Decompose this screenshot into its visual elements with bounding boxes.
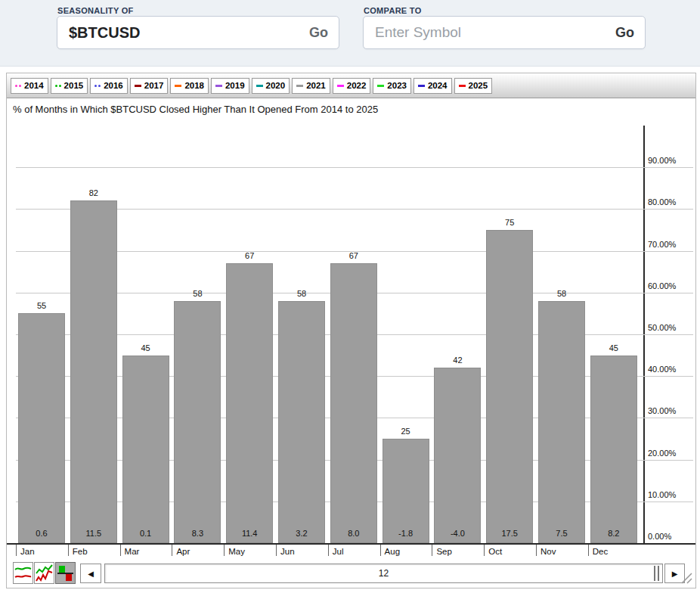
seasonality-go-button[interactable]: Go bbox=[305, 25, 339, 41]
avg-change-mar: 0.1 bbox=[122, 529, 169, 538]
bar-value-jan: 55 bbox=[16, 301, 67, 310]
bar-chart-icon bbox=[57, 564, 74, 582]
resize-grip[interactable] bbox=[681, 573, 692, 584]
month-label-jan: Jan bbox=[20, 547, 35, 556]
month-tick-mar bbox=[120, 545, 121, 556]
scrollbar-track[interactable]: 12 bbox=[104, 564, 663, 583]
avg-change-feb: 11.5 bbox=[70, 529, 117, 538]
legend-dot bbox=[59, 85, 61, 87]
bar-jul bbox=[330, 263, 377, 543]
legend-marker-dash bbox=[418, 85, 425, 87]
gridline-80 bbox=[16, 209, 693, 210]
compare-go-button[interactable]: Go bbox=[611, 25, 645, 41]
legend-year-2015[interactable]: 2015 bbox=[51, 78, 88, 94]
symbol-entry-header: SEASONALITY OF Go COMPARE TO Go bbox=[0, 0, 700, 67]
month-label-may: May bbox=[228, 547, 245, 556]
bar-mar bbox=[122, 356, 169, 543]
bar-value-feb: 82 bbox=[68, 188, 119, 197]
legend-marker-dash bbox=[135, 85, 141, 87]
legend-dot bbox=[94, 85, 97, 87]
legend-dot bbox=[55, 85, 57, 87]
bar-value-nov: 58 bbox=[536, 289, 587, 298]
compare-symbol-box: Go bbox=[363, 16, 646, 49]
month-label-jul: Jul bbox=[333, 547, 344, 556]
month-label-apr: Apr bbox=[176, 547, 190, 556]
month-tick-aug bbox=[380, 545, 381, 556]
y-tick-label-10: 10.00% bbox=[648, 490, 676, 500]
smooth-lines-chart-button[interactable] bbox=[13, 562, 33, 584]
month-label-sep: Sep bbox=[436, 547, 451, 556]
legend-year-2021[interactable]: 2021 bbox=[292, 78, 330, 94]
month-label-jun: Jun bbox=[280, 547, 295, 556]
seasonality-of-label: SEASONALITY OF bbox=[57, 6, 134, 15]
legend-year-2018[interactable]: 2018 bbox=[170, 78, 209, 94]
month-tick-oct bbox=[484, 545, 485, 556]
y-tick-label-40: 40.00% bbox=[648, 365, 676, 374]
bar-chart-button[interactable] bbox=[55, 562, 76, 584]
y-tick-label-70: 70.00% bbox=[648, 240, 676, 250]
month-tick-jan bbox=[16, 545, 17, 556]
bar-value-sep: 42 bbox=[432, 356, 483, 365]
compare-symbol-input[interactable] bbox=[364, 24, 611, 41]
compare-to-label: COMPARE TO bbox=[364, 6, 422, 15]
legend-year-label: 2023 bbox=[387, 81, 407, 90]
avg-change-jan: 0.6 bbox=[18, 529, 65, 538]
y-tick-label-20: 20.00% bbox=[648, 449, 676, 458]
legend-year-2023[interactable]: 2023 bbox=[373, 78, 411, 94]
bar-aug bbox=[383, 439, 429, 543]
bar-value-aug: 25 bbox=[380, 427, 432, 436]
month-label-dec: Dec bbox=[593, 547, 608, 556]
legend-year-2014[interactable]: 2014 bbox=[11, 78, 48, 94]
avg-change-aug: -1.8 bbox=[383, 529, 429, 538]
avg-change-sep: -4.0 bbox=[434, 529, 481, 538]
smooth-lines-icon bbox=[14, 564, 32, 582]
legend-marker-dash bbox=[256, 85, 263, 87]
bar-oct bbox=[486, 230, 533, 543]
legend-year-2024[interactable]: 2024 bbox=[413, 78, 452, 94]
legend-year-2019[interactable]: 2019 bbox=[211, 78, 249, 94]
seasonality-symbol-input[interactable] bbox=[57, 24, 305, 42]
legend-year-label: 2024 bbox=[428, 81, 448, 90]
month-tick-nov bbox=[536, 545, 537, 556]
avg-change-nov: 7.5 bbox=[538, 529, 585, 538]
bar-value-mar: 45 bbox=[120, 343, 172, 352]
legend-year-label: 2020 bbox=[266, 81, 286, 90]
plot-area: 90.00%80.00%70.00%60.00%50.00%40.00%30.0… bbox=[7, 73, 695, 588]
legend-year-label: 2018 bbox=[184, 81, 204, 90]
bar-value-may: 67 bbox=[224, 251, 275, 260]
legend-dot bbox=[98, 85, 101, 87]
y-tick-label-30: 30.00% bbox=[648, 406, 676, 416]
seasonality-page: SEASONALITY OF Go COMPARE TO Go 90.00%80… bbox=[0, 0, 700, 590]
legend-dot bbox=[15, 85, 17, 87]
legend-year-2022[interactable]: 2022 bbox=[333, 78, 371, 94]
month-tick-may bbox=[224, 545, 225, 556]
scroll-left-button[interactable]: ◀ bbox=[80, 564, 101, 583]
legend-marker-dash bbox=[296, 85, 303, 87]
bar-value-jun: 58 bbox=[276, 289, 327, 298]
month-label-feb: Feb bbox=[73, 547, 88, 556]
legend-year-2020[interactable]: 2020 bbox=[252, 78, 290, 94]
bar-sep bbox=[434, 368, 481, 543]
gridline-90 bbox=[16, 167, 693, 168]
legend-marker-dash bbox=[337, 85, 344, 87]
legend-dot bbox=[19, 85, 21, 87]
bar-jan bbox=[18, 313, 65, 543]
legend-year-2025[interactable]: 2025 bbox=[454, 78, 493, 94]
range-value-label: 12 bbox=[379, 568, 389, 579]
y-tick-label-80: 80.00% bbox=[648, 197, 676, 207]
legend-marker-dash bbox=[377, 85, 384, 87]
month-tick-feb bbox=[68, 545, 69, 556]
legend-marker-dash bbox=[175, 85, 181, 87]
month-tick-jul bbox=[328, 545, 329, 556]
avg-change-jul: 8.0 bbox=[330, 529, 377, 538]
chart-toolbar: ◀ 12 ▶ bbox=[7, 560, 695, 588]
raw-lines-chart-button[interactable] bbox=[34, 562, 54, 584]
legend-year-label: 2021 bbox=[306, 81, 326, 90]
month-tick-apr bbox=[172, 545, 172, 556]
y-axis-line bbox=[643, 126, 645, 545]
month-label-aug: Aug bbox=[385, 547, 400, 556]
legend-year-2016[interactable]: 2016 bbox=[90, 78, 128, 94]
legend-year-2017[interactable]: 2017 bbox=[130, 78, 169, 94]
scrollbar-handle[interactable] bbox=[654, 566, 659, 581]
avg-change-apr: 8.3 bbox=[174, 529, 221, 538]
